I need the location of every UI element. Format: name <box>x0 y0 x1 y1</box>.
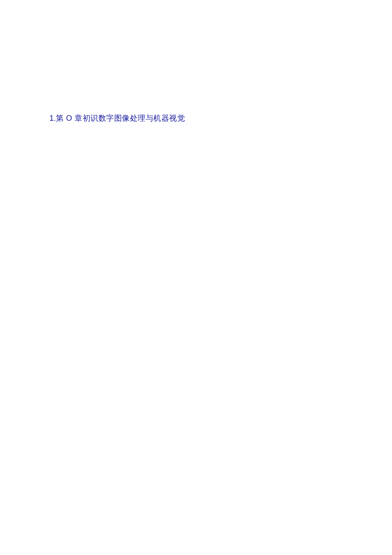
document-page: 1.第 O 章初识数字图像处理与机器视觉 <box>0 0 392 555</box>
heading-number: 1. <box>49 114 56 122</box>
section-heading: 1.第 O 章初识数字图像处理与机器视觉 <box>49 113 185 124</box>
heading-text: 第 O 章初识数字图像处理与机器视觉 <box>56 114 185 122</box>
